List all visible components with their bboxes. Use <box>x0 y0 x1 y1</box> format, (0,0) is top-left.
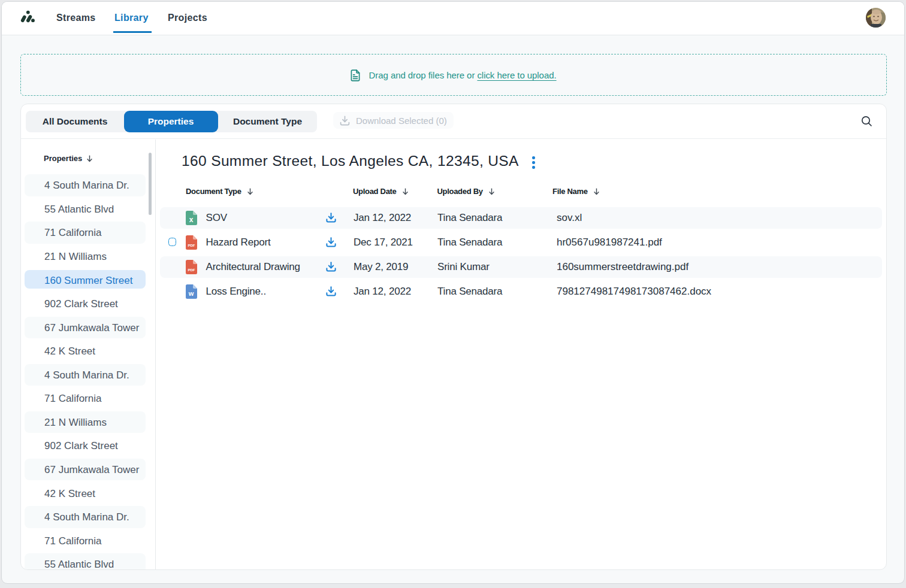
svg-text:x: x <box>189 216 193 224</box>
svg-text:PDF: PDF <box>188 268 195 272</box>
svg-text:PDF: PDF <box>188 244 195 247</box>
svg-text:w: w <box>188 290 194 297</box>
